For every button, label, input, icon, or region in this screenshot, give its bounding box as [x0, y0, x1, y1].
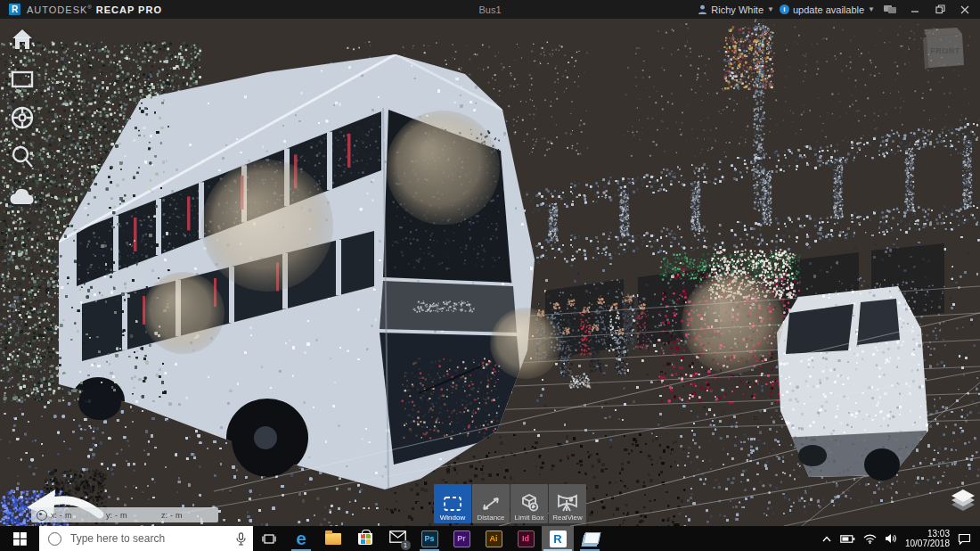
- picker-target-icon[interactable]: [37, 510, 47, 521]
- search-input[interactable]: [69, 531, 229, 546]
- orbit-icon[interactable]: [7, 103, 37, 133]
- view-cube[interactable]: FRONT: [918, 26, 969, 74]
- user-menu[interactable]: Richy White ▼: [698, 4, 774, 15]
- close-button[interactable]: [955, 0, 975, 19]
- title-bar: R AUTODESK® RECAP PRO Bus1 Richy White ▼…: [0, 0, 980, 19]
- minimize-icon: [911, 5, 919, 14]
- restore-button[interactable]: [930, 0, 950, 19]
- microphone-icon[interactable]: [236, 532, 246, 546]
- taskbar-search[interactable]: [39, 526, 253, 551]
- x-coordinate: x:-m: [51, 511, 102, 520]
- file-explorer-icon: [325, 533, 341, 545]
- update-menu[interactable]: i update available ▼: [780, 4, 875, 15]
- realview-tool-button[interactable]: RealView: [549, 484, 586, 523]
- action-center-icon[interactable]: [958, 533, 971, 545]
- viewport-toolbar: Window Distance Limit Box RealView: [434, 484, 586, 523]
- point-cloud-canvas[interactable]: [0, 19, 980, 526]
- battery-icon[interactable]: [840, 534, 855, 544]
- distance-tool-icon: [480, 495, 502, 513]
- user-icon: [698, 4, 707, 15]
- taskbar-app-recap[interactable]: R: [542, 526, 574, 551]
- distance-tool-button[interactable]: Distance: [472, 484, 510, 523]
- recap-pro-window: { "titlebar": { "logo_letter": "R", "bra…: [0, 0, 980, 551]
- layers-icon[interactable]: [950, 486, 976, 516]
- premiere-icon: Pr: [453, 530, 470, 547]
- volume-icon[interactable]: [885, 533, 897, 544]
- limit-box-tool-button[interactable]: Limit Box: [510, 484, 548, 523]
- update-label: update available: [793, 4, 864, 15]
- product-text: RECAP PRO: [96, 4, 162, 15]
- system-tray: 13:03 10/07/2018: [821, 526, 980, 551]
- home-view-icon[interactable]: [7, 24, 37, 54]
- wifi-icon[interactable]: [863, 534, 877, 544]
- photoshop-icon: Ps: [421, 530, 438, 547]
- illustrator-icon: Ai: [486, 530, 502, 547]
- close-icon: [960, 5, 969, 14]
- indesign-icon: Id: [518, 530, 535, 547]
- limit-box-tool-icon: [519, 493, 540, 513]
- view-cube-label: FRONT: [930, 46, 960, 55]
- tray-date: 10/07/2018: [905, 539, 950, 549]
- brand-text: AUTODESK®: [27, 4, 93, 15]
- taskbar-app-indesign[interactable]: Id: [510, 526, 542, 551]
- window-tool-button[interactable]: Window: [434, 484, 471, 523]
- feedback-button[interactable]: [880, 0, 900, 19]
- chevron-down-icon: ▼: [868, 5, 875, 13]
- microsoft-store-icon: [358, 533, 372, 545]
- taskbar-app-photoshop[interactable]: Ps: [413, 526, 445, 551]
- coordinate-bar: x:-m y:-m z:-m: [31, 507, 218, 522]
- recap-logo-icon: R: [9, 4, 20, 15]
- window-select-icon[interactable]: [7, 64, 37, 95]
- tray-time: 13:03: [905, 529, 950, 539]
- cortana-icon: [48, 532, 61, 546]
- taskbar-app-edge[interactable]: e: [285, 526, 317, 551]
- window-tool-icon: [442, 495, 463, 513]
- tray-clock[interactable]: 13:03 10/07/2018: [905, 529, 950, 549]
- taskbar-app-premiere[interactable]: Pr: [445, 526, 478, 551]
- chat-bubbles-icon: [883, 4, 897, 15]
- y-coordinate: y:-m: [106, 511, 158, 520]
- user-name: Richy White: [711, 4, 764, 15]
- mail-icon: 1: [389, 530, 406, 547]
- cloud-icon[interactable]: [7, 182, 37, 212]
- task-view-button[interactable]: [253, 526, 285, 551]
- point-cloud-viewport[interactable]: FRONT x:-m y:-m z:-m Window Distance Lim…: [0, 19, 980, 526]
- taskbar-app-illustrator[interactable]: Ai: [478, 526, 510, 551]
- restore-icon: [935, 4, 945, 14]
- recap-taskbar-icon: R: [550, 530, 567, 547]
- windows-taskbar: e 1 Ps Pr Ai Id R 13:03 10/07/2018: [0, 526, 980, 551]
- taskbar-app-store[interactable]: [349, 526, 381, 551]
- mail-badge: 1: [401, 540, 411, 550]
- realview-tool-icon: [556, 493, 579, 513]
- z-coordinate: z:-m: [161, 511, 213, 520]
- taskbar-app-mail[interactable]: 1: [381, 526, 413, 551]
- zoom-icon[interactable]: [7, 142, 37, 172]
- taskbar-app-notes[interactable]: [574, 526, 606, 551]
- task-view-icon: [261, 532, 277, 546]
- notes-icon: [583, 532, 598, 546]
- chevron-down-icon: ▼: [767, 5, 774, 13]
- edge-icon: e: [296, 530, 306, 547]
- windows-logo-icon: [13, 532, 27, 546]
- taskbar-app-file-explorer[interactable]: [317, 526, 349, 551]
- tray-overflow-chevron[interactable]: [821, 535, 832, 543]
- minimize-button[interactable]: [905, 0, 925, 19]
- start-button[interactable]: [0, 526, 39, 551]
- update-info-icon: i: [780, 4, 789, 14]
